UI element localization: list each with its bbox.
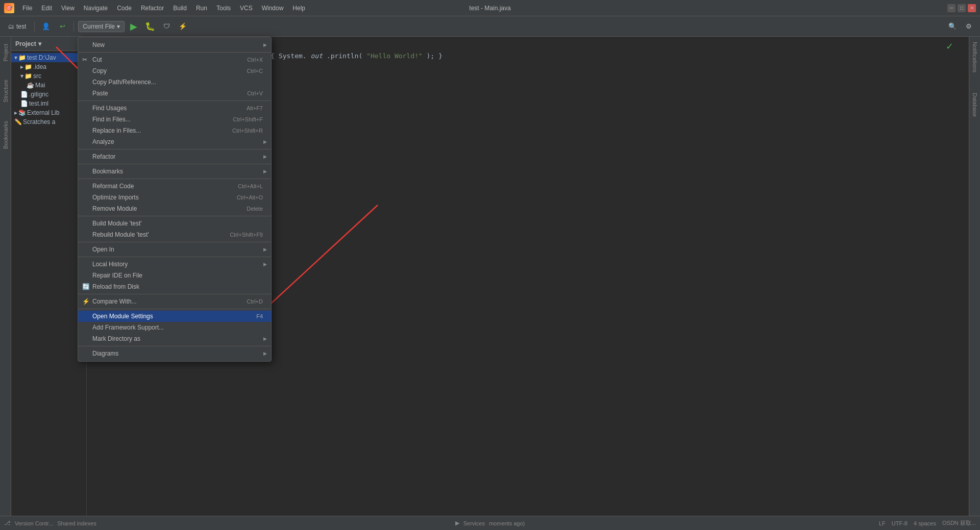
settings-button[interactable]: ⚙ xyxy=(962,19,976,34)
ctx-find-in-files[interactable]: Find in Files... Ctrl+Shift+F xyxy=(78,114,271,125)
project-icon: 🗂 xyxy=(8,23,14,30)
ctx-separator-10 xyxy=(78,309,271,309)
tree-label: test.iml xyxy=(29,100,48,107)
ctx-new[interactable]: New xyxy=(78,39,271,51)
ctx-reformat-code[interactable]: Reformat Code Ctrl+Alt+L xyxy=(78,181,271,192)
ctx-analyze[interactable]: Analyze xyxy=(78,136,271,147)
back-button[interactable]: ↩ xyxy=(55,19,69,34)
tree-item-main[interactable]: ☕ Mai xyxy=(11,81,86,90)
indent-spaces[interactable]: 4 spaces xyxy=(914,520,936,526)
tree-item-scratches[interactable]: ✏️ Scratches a xyxy=(11,117,86,127)
expand-icon: ▸ xyxy=(14,109,17,116)
current-file-label: Current File xyxy=(83,23,115,30)
ctx-mark-directory-as[interactable]: Mark Directory as xyxy=(78,333,271,344)
menu-help[interactable]: Help xyxy=(288,3,309,14)
current-file-dropdown[interactable]: Current File ▾ xyxy=(78,21,125,32)
menu-view[interactable]: View xyxy=(57,3,79,14)
ctx-open-module-settings[interactable]: Open Module Settings F4 xyxy=(78,311,271,322)
menu-run[interactable]: Run xyxy=(192,3,211,14)
ctx-separator-5 xyxy=(78,179,271,179)
ctx-add-framework-support[interactable]: Add Framework Support... xyxy=(78,322,271,333)
project-selector[interactable]: 🗂 test xyxy=(4,21,30,32)
validation-checkmark: ✓ xyxy=(946,41,953,52)
ctx-paste[interactable]: Paste Ctrl+V xyxy=(78,88,271,99)
tree-label: .gitignc xyxy=(29,91,48,98)
ctx-separator-2 xyxy=(78,100,271,101)
ctx-bookmarks[interactable]: Bookmarks xyxy=(78,166,271,177)
ctx-open-in[interactable]: Open In xyxy=(78,244,271,255)
ctx-refactor[interactable]: Refactor xyxy=(78,151,271,162)
coverage-button[interactable]: 🛡 xyxy=(159,19,174,34)
project-panel-header: Project ▾ xyxy=(11,37,86,51)
menu-navigate[interactable]: Navigate xyxy=(80,3,112,14)
sidebar-tab-notifications[interactable]: Notifications xyxy=(970,39,979,75)
profiler-button[interactable]: ⚡ xyxy=(176,19,190,34)
minimize-button[interactable]: ─ xyxy=(947,4,955,12)
ctx-cut[interactable]: ✂ Cut Ctrl+X xyxy=(78,54,271,65)
ctx-copy[interactable]: Copy Ctrl+C xyxy=(78,65,271,77)
debug-button[interactable]: 🐛 xyxy=(143,19,157,34)
left-panel-tabs: Project Structure Bookmarks xyxy=(0,37,11,516)
ctx-optimize-imports[interactable]: Optimize Imports Ctrl+Alt+O xyxy=(78,192,271,203)
ctx-remove-module[interactable]: Remove Module Delete xyxy=(78,203,271,214)
version-control-tab[interactable]: ⎇ xyxy=(4,520,11,526)
tree-item-gitignore[interactable]: 📄 .gitignc xyxy=(11,90,86,99)
ctx-separator-9 xyxy=(78,294,271,294)
shared-indexes-label[interactable]: Shared indexes xyxy=(57,520,96,526)
menu-build[interactable]: Build xyxy=(169,3,191,14)
version-control-label[interactable]: Version Contr... xyxy=(15,520,53,526)
menu-window[interactable]: Window xyxy=(258,3,288,14)
tree-item-test[interactable]: ▾ 📁 test D:\Jav xyxy=(11,53,86,62)
folder-expand-icon: ▾ xyxy=(20,72,23,80)
toolbar-separator-1 xyxy=(34,21,35,32)
sidebar-tab-bookmarks[interactable]: Bookmarks xyxy=(1,118,10,152)
project-dropdown-icon[interactable]: ▾ xyxy=(38,40,41,47)
menu-file[interactable]: File xyxy=(18,3,36,14)
ctx-find-usages[interactable]: Find Usages Alt+F7 xyxy=(78,103,271,114)
ctx-separator-8 xyxy=(78,257,271,257)
reload-icon: 🔄 xyxy=(82,283,90,290)
ctx-rebuild-module[interactable]: Rebuild Module 'test' Ctrl+Shift+F9 xyxy=(78,229,271,240)
search-button[interactable]: 🔍 xyxy=(945,19,960,34)
toolbar-separator-2 xyxy=(74,21,74,32)
run-button[interactable]: ▶ xyxy=(127,19,141,34)
tree-label: src xyxy=(33,72,41,80)
ctx-copy-path[interactable]: Copy Path/Reference... xyxy=(78,77,271,88)
ctx-separator-6 xyxy=(78,216,271,216)
context-menu: New ✂ Cut Ctrl+X Copy Ctrl+C Copy Path/R… xyxy=(78,37,272,362)
ctx-separator-7 xyxy=(78,242,271,242)
tree-item-iml[interactable]: 📄 test.iml xyxy=(11,99,86,108)
app-logo: 🎯 xyxy=(4,3,14,13)
tree-item-src[interactable]: ▾ 📁 src xyxy=(11,71,86,81)
menu-edit[interactable]: Edit xyxy=(37,3,56,14)
src-folder-icon: 📁 xyxy=(24,72,32,80)
ctx-local-history[interactable]: Local History xyxy=(78,259,271,270)
close-button[interactable]: ✕ xyxy=(968,4,976,12)
ctx-build-module[interactable]: Build Module 'test' xyxy=(78,218,271,229)
line-ending[interactable]: LF xyxy=(879,520,886,526)
sidebar-tab-project[interactable]: Project xyxy=(1,41,10,64)
folder-collapse-icon: ▸ xyxy=(20,63,23,70)
services-label[interactable]: Services xyxy=(463,520,485,526)
maximize-button[interactable]: □ xyxy=(958,4,966,12)
ctx-separator-11 xyxy=(78,346,271,346)
tree-item-external-lib[interactable]: ▸ 📚 External Lib xyxy=(11,108,86,117)
status-bar: ⎇ Version Contr... Shared indexes ▶ Serv… xyxy=(0,516,980,530)
tree-item-idea[interactable]: ▸ 📁 .idea xyxy=(11,62,86,71)
cut-icon: ✂ xyxy=(82,56,87,63)
menu-code[interactable]: Code xyxy=(113,3,136,14)
ctx-reload-from-disk[interactable]: 🔄 Reload from Disk xyxy=(78,281,271,292)
encoding[interactable]: UTF-8 xyxy=(892,520,908,526)
profile-button[interactable]: 👤 xyxy=(39,19,53,34)
ctx-compare-with[interactable]: ⚡ Compare With... Ctrl+D xyxy=(78,296,271,307)
sidebar-tab-structure[interactable]: Structure xyxy=(1,77,10,106)
menu-refactor[interactable]: Refactor xyxy=(137,3,168,14)
ctx-replace-in-files[interactable]: Replace in Files... Ctrl+Shift+R xyxy=(78,125,271,136)
menu-tools[interactable]: Tools xyxy=(212,3,235,14)
lib-icon: 📚 xyxy=(18,109,26,116)
ctx-diagrams[interactable]: Diagrams xyxy=(78,348,271,359)
window-title: test - Main.java xyxy=(469,5,510,12)
ctx-repair-ide[interactable]: Repair IDE on File xyxy=(78,270,271,281)
menu-vcs[interactable]: VCS xyxy=(236,3,257,14)
sidebar-tab-database[interactable]: Database xyxy=(970,90,979,120)
